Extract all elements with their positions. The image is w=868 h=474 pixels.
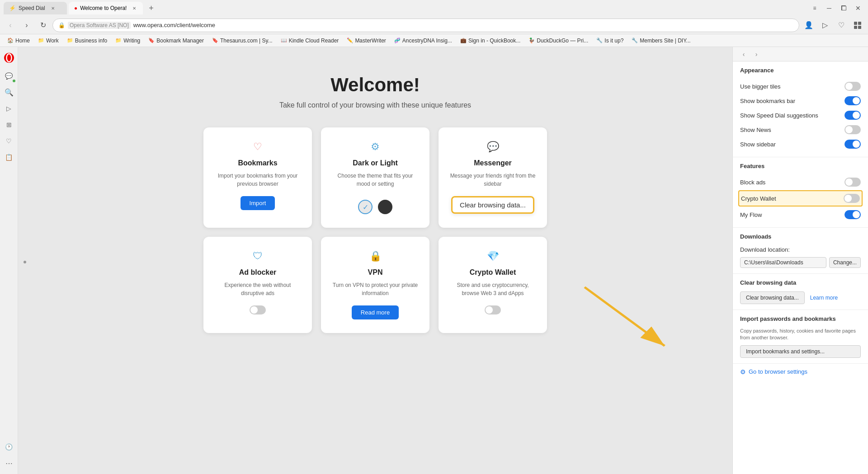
tab-label-speed-dial: Speed Dial	[19, 5, 45, 11]
feature-cards-grid: ♡ Bookmarks Import your bookmarks from y…	[203, 127, 547, 333]
bookmark-quickbooks[interactable]: 💼 Sign in - QuickBook...	[457, 36, 524, 46]
sidebar-item-messengers[interactable]: 💬	[2, 69, 16, 83]
dark-light-title: Dark or Light	[353, 159, 398, 167]
account-button[interactable]: 👤	[802, 19, 816, 32]
bookmark-kindle[interactable]: 📖 Kindle Cloud Reader	[277, 36, 343, 46]
messenger-icon: 💬	[5, 72, 13, 80]
download-location-row: C:\Users\lisa\Downloads Change...	[740, 257, 861, 268]
new-tab-button[interactable]: +	[145, 2, 157, 14]
speed-dial-toggle[interactable]	[844, 111, 861, 120]
crypto-toggle[interactable]	[485, 305, 501, 314]
opera-logo[interactable]	[2, 51, 16, 65]
bigger-tiles-row: Use bigger tiles	[740, 79, 861, 94]
light-theme-button[interactable]: ✓	[358, 200, 373, 214]
downloads-section: Downloads Download location: C:\Users\li…	[733, 228, 868, 274]
sidebar-item-favorites[interactable]: ♡	[2, 134, 16, 148]
import-btn-wrapper: Import bookmarks and settings...	[740, 345, 861, 358]
maximize-button[interactable]: ⧠	[837, 2, 850, 14]
bookmark-masterwriter[interactable]: ✏️ MasterWriter	[343, 36, 389, 46]
sidebar-item-clock[interactable]: 🕐	[2, 440, 16, 454]
bookmark-thesaurus[interactable]: 🔖 Thesaurus.com | Sy...	[208, 36, 276, 46]
close-button[interactable]: ✕	[852, 2, 864, 14]
tab-speed-dial[interactable]: ⚡ Speed Dial ✕	[4, 2, 67, 14]
bookmark-duckduckgo[interactable]: 🦆 DuckDuckGo — Pri...	[525, 36, 592, 46]
tab-close-speed-dial[interactable]: ✕	[50, 5, 56, 11]
show-news-row: Show News	[740, 122, 861, 137]
history-icon: 📋	[5, 154, 13, 161]
bookmark-manager-label: Bookmark Manager	[156, 38, 204, 44]
reload-button[interactable]: ↻	[36, 19, 50, 32]
sidebar-item-history[interactable]: 📋	[2, 150, 16, 164]
adblocker-toggle[interactable]	[250, 305, 266, 314]
show-news-toggle[interactable]	[844, 125, 861, 134]
tab-close-welcome[interactable]: ✕	[131, 5, 137, 11]
bookmark-writing[interactable]: 📁 Writing	[112, 36, 144, 46]
change-button[interactable]: Change...	[829, 257, 861, 268]
messenger-card-title: Messenger	[474, 159, 512, 167]
address-bar[interactable]: 🔒 Opera Software AS [NO] www.opera.com/c…	[52, 19, 799, 32]
settings-back-button[interactable]: ‹	[738, 49, 749, 60]
bookmark-business[interactable]: 📁 Business info	[63, 36, 111, 46]
tab-favicon-welcome: ●	[74, 5, 77, 11]
dark-light-icon: ⚙	[371, 141, 380, 153]
block-ads-toggle[interactable]	[844, 178, 861, 187]
show-sidebar-row: Show sidebar	[740, 137, 861, 151]
crypto-desc: Store and use cryptocurrency, browse Web…	[448, 281, 538, 297]
bookmark-quickbooks-label: Sign in - QuickBook...	[468, 38, 520, 44]
go-to-settings-row[interactable]: ⚙ Go to browser settings	[733, 364, 868, 380]
bookmark-ancestry[interactable]: 🧬 AncestryDNA Insig...	[391, 36, 456, 46]
sidebar-item-more[interactable]: ⋯	[2, 456, 16, 470]
bookmark-isitup[interactable]: 🔧 Is it up?	[593, 36, 627, 46]
forward-button[interactable]: ›	[20, 19, 33, 32]
read-more-button[interactable]: Read more	[352, 305, 399, 319]
bookmark-manager[interactable]: 🔖 Bookmark Manager	[145, 36, 208, 46]
welcome-title: Welcome!	[330, 74, 420, 96]
bookmark-icon-kindle: 📖	[281, 38, 287, 43]
sidebar-item-apps[interactable]: ⊞	[2, 117, 16, 132]
go-settings-label: Go to browser settings	[749, 368, 807, 375]
bookmark-home[interactable]: 🏠 Home	[4, 36, 33, 46]
adblocker-card: 🛡 Ad blocker Experience the web without …	[203, 237, 312, 333]
clear-browsing-button-card[interactable]: Clear browsing data...	[451, 196, 534, 214]
profile-button[interactable]: ≡	[808, 2, 821, 14]
bookmark-icon-thesaurus: 🔖	[212, 38, 218, 43]
settings-forward-button[interactable]: ›	[751, 49, 762, 60]
import-settings-button[interactable]: Import bookmarks and settings...	[740, 345, 861, 358]
flow-icon: ▷	[6, 105, 11, 112]
learn-more-link[interactable]: Learn more	[810, 295, 838, 301]
crypto-wallet-toggle[interactable]	[844, 194, 860, 203]
clear-browsing-section: Clear browsing data Clear browsing data.…	[733, 274, 868, 310]
clear-browsing-settings-button[interactable]: Clear browsing data...	[740, 291, 805, 304]
clear-browsing-title: Clear browsing data	[740, 279, 861, 286]
dark-theme-button[interactable]	[378, 200, 392, 214]
minimize-button[interactable]: ─	[823, 2, 835, 14]
my-flow-toggle[interactable]	[844, 210, 861, 219]
opera-badge: Opera Software AS [NO]	[68, 22, 131, 29]
bookmarks-bar-toggle[interactable]	[844, 96, 861, 105]
welcome-subtitle: Take full control of your browsing with …	[279, 101, 471, 109]
bookmark-members[interactable]: 🔧 Members Site | DIY...	[628, 36, 694, 46]
adblocker-desc: Experience the web without disruptive ad…	[212, 281, 303, 297]
back-button[interactable]: ‹	[4, 19, 17, 32]
vpn-action: Read more	[352, 305, 399, 319]
download-location-label: Download location:	[740, 246, 790, 253]
messenger-card-icon: 💬	[487, 141, 499, 153]
flow-button[interactable]: ▷	[818, 19, 832, 32]
sidebar-item-flow[interactable]: ▷	[2, 101, 16, 116]
vpn-title: VPN	[368, 268, 383, 277]
sidebar-item-search[interactable]: 🔍	[2, 85, 16, 99]
favorites-button[interactable]: ♡	[835, 19, 848, 32]
bigger-tiles-toggle[interactable]	[844, 82, 861, 91]
block-ads-label: Block ads	[740, 179, 765, 186]
bookmark-home-label: Home	[15, 38, 30, 44]
import-button[interactable]: Import	[241, 196, 275, 210]
heart-icon: ♡	[6, 137, 12, 145]
clear-browsing-row: Clear browsing data... Learn more	[740, 291, 861, 304]
extensions-button[interactable]	[851, 19, 864, 32]
import-title: Import passwords and bookmarks	[740, 315, 861, 322]
show-sidebar-toggle[interactable]	[844, 140, 861, 149]
bookmark-work[interactable]: 📁 Work	[34, 36, 62, 46]
tab-welcome[interactable]: ● Welcome to Opera! ✕	[69, 2, 143, 14]
folder-icon-work: 📁	[38, 38, 44, 43]
clock-icon: 🕐	[5, 443, 13, 451]
